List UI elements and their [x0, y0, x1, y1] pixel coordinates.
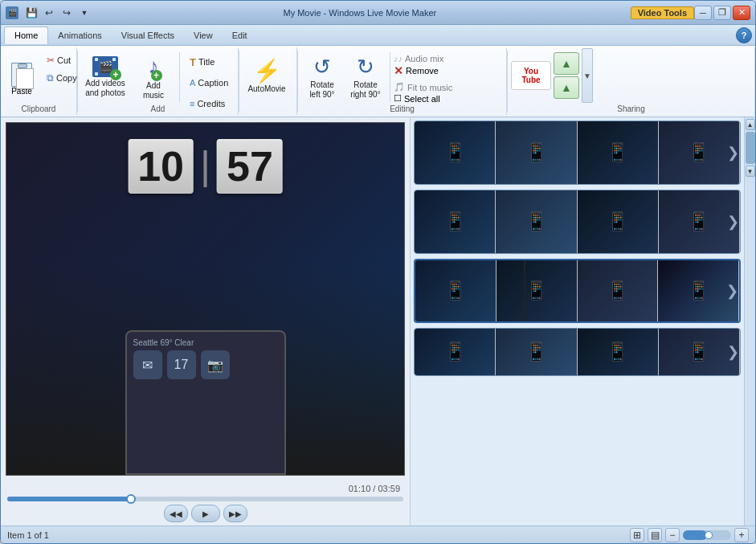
youtube-button[interactable]: You Tube	[511, 61, 551, 90]
video-preview-pane: 10 | 57 Seattle 69° Clear ✉ 17 📷	[1, 117, 411, 526]
zoom-thumb[interactable]	[705, 531, 713, 539]
title-icon: T	[190, 56, 196, 68]
phone-thumb-icon-14: 📱	[525, 342, 547, 362]
zoom-plus-button[interactable]: +	[734, 528, 749, 542]
redo-button[interactable]: ↪	[59, 5, 75, 21]
add-plus-icon: +	[110, 69, 121, 80]
remove-label: Remove	[406, 66, 439, 76]
thumb-4-1: 📱	[415, 329, 496, 375]
prev-button[interactable]: ◀◀	[164, 505, 188, 522]
status-item-info: Item 1 of 1	[7, 530, 49, 540]
progress-bar[interactable]	[7, 497, 403, 501]
divider-inner-2	[390, 52, 390, 102]
phone-status: Seattle 69° Clear	[133, 338, 278, 347]
scroll-up-button[interactable]: ▲	[746, 119, 755, 130]
storyboard-icon[interactable]: ⊞	[630, 528, 644, 542]
total-time: 03:59	[378, 484, 400, 493]
add-videos-button[interactable]: 🎬 + Add videosand photos	[81, 52, 129, 102]
audio-mix-row: ♪♪ Audio mix	[394, 54, 452, 63]
app-icons: 🎬	[6, 6, 18, 19]
cut-line	[524, 260, 525, 321]
sharing-group: You Tube ▲ ▲ ▼ Sharing	[508, 47, 755, 115]
window-controls: ─ ❐ ✕	[694, 6, 750, 20]
minimize-button[interactable]: ─	[694, 6, 712, 20]
rotate-right-button[interactable]: ↻ Rotateright 90°	[345, 52, 386, 102]
clip-4-arrow: ❯	[727, 343, 739, 361]
zoom-slider[interactable]	[683, 530, 731, 540]
video-canvas[interactable]: 10 | 57 Seattle 69° Clear ✉ 17 📷	[6, 122, 405, 476]
phone-thumb-icon-13: 📱	[444, 342, 466, 362]
clock-hour: 10	[128, 139, 194, 194]
upload-button-1[interactable]: ▲	[554, 52, 579, 75]
undo-button[interactable]: ↩	[41, 5, 57, 21]
play-button[interactable]: ▶	[191, 505, 220, 522]
scissors-icon: ✂	[47, 55, 55, 66]
sprocket-3	[95, 72, 98, 76]
clip-strip-3[interactable]: 📱 📱 📱 📱 ❯	[414, 259, 741, 323]
tab-home[interactable]: Home	[4, 27, 48, 44]
add-music-label: Addmusic	[143, 81, 164, 100]
phone-thumb-icon-16: 📱	[688, 342, 709, 362]
tab-visual-effects[interactable]: Visual Effects	[112, 27, 184, 44]
window-title: My Movie - Windows Live Movie Maker	[92, 8, 627, 18]
zoom-fill	[683, 530, 707, 540]
fit-to-music-row: 🎵 Fit to music	[394, 82, 452, 92]
youtube-text: You	[524, 67, 538, 76]
clip-1-arrow: ❯	[727, 144, 739, 162]
restore-button[interactable]: ❐	[713, 6, 731, 20]
app-icon: 🎬	[6, 6, 18, 19]
cut-copy-buttons: ✂ Cut ⧉ Copy	[43, 52, 81, 86]
tab-animations[interactable]: Animations	[48, 27, 111, 44]
scroll-thumb[interactable]	[746, 132, 755, 164]
clip-strip-1[interactable]: 📱 📱 📱 📱 ❯	[414, 121, 741, 185]
upload-arrows: ▲ ▲	[554, 52, 579, 99]
cut-label: Cut	[57, 55, 71, 65]
phone-thumb-icon-7: 📱	[607, 211, 628, 232]
close-button[interactable]: ✕	[733, 6, 750, 20]
paper-shape	[16, 68, 34, 89]
progress-thumb[interactable]	[126, 494, 136, 504]
zoom-minus-button[interactable]: −	[665, 528, 680, 542]
storyboard-container: 📱 📱 📱 📱 ❯	[411, 117, 755, 526]
tab-view[interactable]: View	[184, 27, 223, 44]
add-music-icon: ♪ +	[149, 54, 159, 79]
clip-strip-2[interactable]: 📱 📱 📱 📱 ❯	[414, 190, 741, 254]
up-arrow-icon-2: ▲	[561, 81, 572, 94]
sharing-dropdown[interactable]: ▼	[582, 48, 593, 103]
automovie-button[interactable]: ⚡ AutoMovie	[243, 51, 291, 100]
thumb-3-4: 📱 ❯	[658, 260, 739, 321]
thumb-4-3: 📱	[578, 329, 659, 375]
phone-thumb-icon-9: 📱	[444, 280, 466, 301]
add-videos-icon: 🎬 +	[92, 56, 118, 77]
clip-3-thumbnails: 📱 📱 📱 📱 ❯	[415, 260, 739, 321]
thumb-4-2: 📱	[496, 329, 577, 375]
tab-edit[interactable]: Edit	[223, 27, 257, 44]
save-button[interactable]: 💾	[23, 5, 39, 21]
upload-button-2[interactable]: ▲	[554, 76, 579, 99]
rotate-right-icon: ↻	[353, 55, 378, 80]
scroll-down-button[interactable]: ▼	[746, 166, 755, 177]
phone-thumb-icon-5: 📱	[444, 211, 466, 232]
video-tools-tab[interactable]: Video Tools	[631, 6, 694, 19]
add-music-button[interactable]: ♪ + Addmusic	[133, 52, 174, 102]
caption-button[interactable]: A Caption	[185, 73, 233, 92]
copy-button[interactable]: ⧉ Copy	[43, 70, 81, 86]
cut-button[interactable]: ✂ Cut	[43, 52, 81, 68]
title-button[interactable]: T Title	[185, 52, 233, 72]
video-controls-bar: 01:10 / 03:59 ◀◀ ▶ ▶▶	[1, 481, 410, 526]
thumb-1-2: 📱	[496, 121, 577, 184]
help-button[interactable]: ?	[736, 27, 752, 43]
paste-button[interactable]: Paste	[4, 52, 39, 100]
select-all-row: ☐ Select all	[394, 93, 452, 104]
quick-access-dropdown[interactable]: ▼	[76, 5, 92, 21]
phone-screen: Seattle 69° Clear ✉ 17 📷	[125, 330, 286, 475]
clip-strip-4[interactable]: 📱 📱 📱 📱 ❯	[414, 328, 741, 376]
timeline-icon[interactable]: ▤	[648, 528, 662, 542]
select-all-label: Select all	[404, 94, 440, 104]
main-area: 10 | 57 Seattle 69° Clear ✉ 17 📷	[1, 117, 755, 526]
next-button[interactable]: ▶▶	[223, 505, 247, 522]
time-display: 01:10 / 03:59	[7, 484, 403, 493]
rotate-left-button[interactable]: ↺ Rotateleft 90°	[301, 52, 343, 102]
remove-row: ✕ Remove	[394, 64, 452, 77]
caption-label: Caption	[198, 78, 228, 88]
